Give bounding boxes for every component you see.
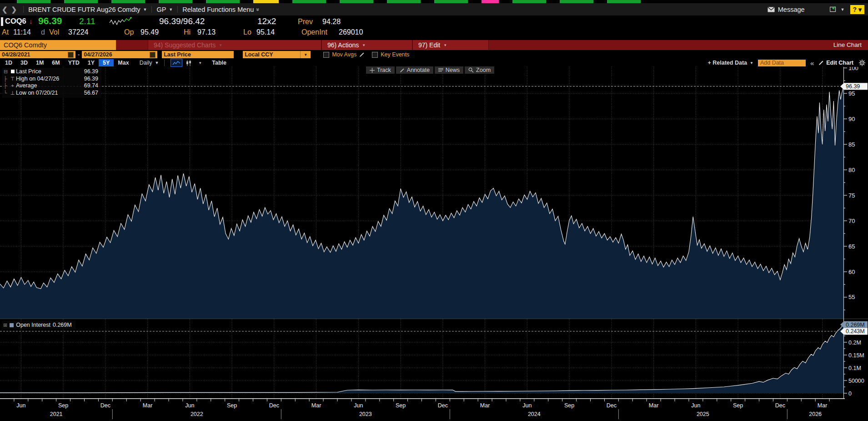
currency-select[interactable]: Local CCY bbox=[243, 51, 300, 58]
news-button[interactable]: News bbox=[435, 66, 463, 74]
tree-collapse-icon[interactable]: ⊟ bbox=[4, 68, 9, 76]
month-label: Dec bbox=[775, 402, 785, 409]
month-label: Dec bbox=[438, 402, 448, 409]
panel-tab-2[interactable] bbox=[64, 0, 98, 3]
table-button[interactable]: Table bbox=[212, 60, 226, 66]
collapse-button[interactable]: « bbox=[810, 59, 814, 67]
legend-value: 96.39 bbox=[84, 76, 98, 83]
screen-export-icon[interactable] bbox=[830, 6, 838, 12]
security-tab[interactable]: COQ6 Comdty bbox=[0, 40, 116, 50]
openint-value: 269010 bbox=[339, 28, 363, 36]
range-tab-ytd[interactable]: YTD bbox=[64, 59, 84, 66]
date-to-input[interactable]: 04/27/2026 bbox=[82, 51, 157, 58]
range-tab-max[interactable]: Max bbox=[114, 59, 133, 66]
panel-tab-8[interactable] bbox=[340, 0, 373, 3]
zoom-button[interactable]: Zoom bbox=[465, 66, 494, 74]
panel-tab-14[interactable] bbox=[607, 0, 641, 3]
date-from-input[interactable]: 04/28/2021 bbox=[0, 51, 75, 58]
annotate-button[interactable]: Annotate bbox=[396, 66, 433, 74]
panel-tab-5[interactable] bbox=[206, 0, 240, 3]
currency-caret[interactable]: ▼ bbox=[300, 51, 311, 58]
related-data-button[interactable]: + Related Data▼ bbox=[708, 60, 753, 66]
panel-tab-11[interactable] bbox=[482, 0, 499, 3]
range-tab-1d[interactable]: 1D bbox=[1, 59, 16, 66]
chart-toolbar: 1D3D1M6MYTD1Y5YMax Daily▼ ▼ Table + Rela… bbox=[0, 59, 868, 67]
panel-tab-3[interactable] bbox=[111, 0, 145, 3]
range-tab-5y[interactable]: 5Y bbox=[99, 59, 114, 66]
frequency-select[interactable]: Daily▼ bbox=[140, 60, 159, 66]
related-functions-menu[interactable]: Related Functions Menu bbox=[182, 6, 254, 13]
edit-menu[interactable]: 97) Edit▼ bbox=[412, 40, 489, 50]
mov-avgs-label[interactable]: Mov Avgs bbox=[332, 51, 356, 58]
month-label: Mar bbox=[480, 402, 490, 409]
panel-tab-12[interactable] bbox=[512, 0, 546, 3]
edit-chart-pencil-icon[interactable] bbox=[818, 60, 824, 66]
security-title[interactable]: BRENT CRUDE FUTR Aug26 Comdty bbox=[28, 6, 140, 13]
panel-tab-7[interactable] bbox=[292, 0, 326, 3]
panel-tab-13[interactable] bbox=[560, 0, 593, 3]
range-tab-3d[interactable]: 3D bbox=[16, 59, 32, 66]
panel-tab-9[interactable] bbox=[387, 0, 421, 3]
track-button[interactable]: Track bbox=[366, 66, 395, 74]
ticker-symbol[interactable]: COQ6 bbox=[5, 17, 26, 25]
date-range-separator: - bbox=[78, 51, 80, 58]
at-label: At bbox=[2, 28, 9, 36]
mov-avgs-checkbox[interactable] bbox=[323, 52, 329, 58]
oi-series-line bbox=[0, 325, 843, 393]
chart-type-label[interactable]: Line Chart bbox=[833, 41, 862, 48]
legend-row-average[interactable]: ├ + Average 69.74 bbox=[4, 82, 98, 90]
legend-row-low[interactable]: └ ⊥ Low on 07/20/21 56.67 bbox=[4, 90, 98, 97]
panel-tab-1[interactable] bbox=[17, 0, 50, 3]
oi-tick-label: 0 bbox=[848, 391, 852, 397]
sparkline-icon[interactable] bbox=[109, 17, 135, 29]
actions-menu[interactable]: 96) Actions▼ bbox=[321, 40, 412, 50]
range-tab-1m[interactable]: 1M bbox=[32, 59, 48, 66]
help-button[interactable]: ? ▾ bbox=[850, 5, 864, 14]
chart-type-caret[interactable]: ▼ bbox=[198, 61, 202, 65]
pencil-icon[interactable] bbox=[359, 52, 365, 57]
oi-tick-label: 0.1M bbox=[848, 365, 861, 371]
open-interest-panel[interactable]: 0500000.1M0.15M0.2M0.269M0.243M bbox=[0, 319, 868, 398]
legend-label: Average bbox=[16, 82, 37, 90]
range-tab-6m[interactable]: 6M bbox=[48, 59, 64, 66]
panel-tab-6[interactable] bbox=[253, 0, 279, 3]
price-chart-panel[interactable]: 55606570758085909510096.39 bbox=[0, 67, 868, 319]
calendar-icon[interactable] bbox=[150, 52, 156, 58]
add-data-input[interactable]: Add Data bbox=[758, 60, 806, 66]
gp-menu[interactable]: GP bbox=[156, 6, 166, 13]
price-tick-label: 90 bbox=[848, 116, 855, 122]
bloomberg-terminal-window: ❮ ❯ BRENT CRUDE FUTR Aug26 Comdty ▼ GP ▼… bbox=[0, 0, 868, 421]
open-value: 95.49 bbox=[140, 28, 159, 36]
price-field-select[interactable]: Last Price bbox=[162, 51, 234, 58]
suggested-charts-menu[interactable]: 94) Suggested Charts▼ bbox=[148, 40, 321, 50]
legend-row-last-price[interactable]: ⊟ Last Price 96.39 bbox=[4, 68, 98, 76]
back-chevron-icon[interactable]: ❮ bbox=[2, 5, 8, 14]
message-label[interactable]: Message bbox=[778, 6, 805, 13]
key-events-checkbox[interactable] bbox=[372, 52, 378, 58]
price-tick-label: 85 bbox=[848, 141, 855, 148]
panel-tab-4[interactable] bbox=[159, 0, 192, 3]
last-price-badge: 96.39 bbox=[840, 83, 868, 90]
range-tab-1y[interactable]: 1Y bbox=[84, 59, 99, 66]
line-chart-type-icon[interactable] bbox=[171, 59, 182, 67]
magnifier-icon bbox=[468, 67, 474, 73]
gear-icon[interactable] bbox=[859, 60, 865, 66]
legend-row-high[interactable]: ├ ⊤ High on 04/27/26 96.39 bbox=[4, 76, 98, 83]
quote-time-suffix: d bbox=[41, 28, 45, 36]
oi-tick-label: 50000 bbox=[848, 378, 864, 384]
chevron-down-icon: ▼ bbox=[169, 7, 173, 12]
divider bbox=[151, 6, 152, 13]
chevron-down-icon[interactable]: ▼ bbox=[841, 7, 845, 12]
open-interest-legend[interactable]: ⊞ Open Interest 0.269M bbox=[2, 321, 75, 329]
legend-value: 96.39 bbox=[84, 68, 98, 76]
message-envelope-icon[interactable] bbox=[768, 7, 775, 12]
price-legend[interactable]: ⊟ Last Price 96.39 ├ ⊤ High on 04/27/26 … bbox=[2, 68, 101, 98]
key-events-label[interactable]: Key Events bbox=[381, 51, 409, 58]
high-label: Hi bbox=[184, 28, 191, 36]
tree-expand-icon[interactable]: ⊞ bbox=[3, 322, 7, 328]
edit-chart-button[interactable]: Edit Chart bbox=[826, 60, 853, 66]
calendar-icon[interactable] bbox=[68, 52, 74, 58]
forward-chevron-icon[interactable]: ❯ bbox=[11, 5, 17, 14]
panel-tab-10[interactable] bbox=[434, 0, 468, 3]
candlestick-chart-type-icon[interactable] bbox=[183, 59, 194, 66]
